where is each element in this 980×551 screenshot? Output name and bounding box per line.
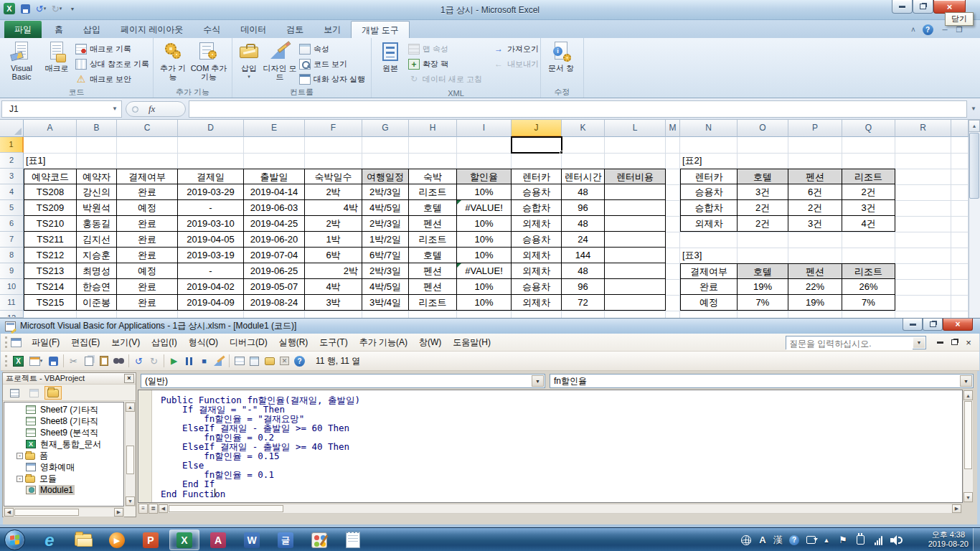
macro-security-button[interactable]: ⚠매크로 보안 bbox=[73, 72, 151, 87]
tree-item-영화예매[interactable]: 영화예매 bbox=[4, 461, 123, 473]
column-header-F[interactable]: F bbox=[305, 120, 362, 137]
cell-A5[interactable]: TS209 bbox=[24, 200, 77, 216]
row-header-11[interactable]: 11 bbox=[0, 295, 24, 311]
insert-control-button[interactable]: 삽입 ▾ bbox=[235, 40, 263, 88]
cell-L6[interactable] bbox=[605, 216, 666, 232]
cell-C4[interactable]: 완료 bbox=[117, 184, 178, 200]
code-margin-bar[interactable] bbox=[138, 390, 152, 502]
row-header-12[interactable]: 12 bbox=[0, 311, 24, 318]
cell-N4[interactable]: 승용차 bbox=[680, 184, 738, 200]
cell-H5[interactable]: 호텔 bbox=[409, 200, 457, 216]
question-input[interactable] bbox=[786, 338, 913, 350]
taskbar-powerpoint-icon[interactable]: P bbox=[136, 529, 166, 550]
cell-J3[interactable]: 렌터카 bbox=[512, 169, 562, 184]
cell-D7[interactable]: 2019-04-05 bbox=[178, 232, 244, 248]
cell-G8[interactable]: 6박/7일 bbox=[362, 248, 409, 263]
cell-I10[interactable]: 10% bbox=[457, 279, 512, 295]
column-header-E[interactable]: E bbox=[244, 120, 305, 137]
cell-C8[interactable]: 완료 bbox=[117, 248, 178, 263]
cell-H9[interactable]: 펜션 bbox=[409, 263, 457, 279]
cell-P9[interactable]: 펜션 bbox=[788, 263, 842, 279]
vba-menu-실행(R)[interactable]: 실행(R) bbox=[273, 334, 314, 351]
cell-N11[interactable]: 예정 bbox=[680, 295, 738, 311]
cell-B4[interactable]: 강신의 bbox=[77, 184, 117, 200]
cell-B9[interactable]: 최명성 bbox=[77, 263, 117, 279]
row-header-6[interactable]: 6 bbox=[0, 216, 24, 232]
cell-L8[interactable] bbox=[605, 248, 666, 263]
cell-C6[interactable]: 완료 bbox=[117, 216, 178, 232]
cell-G9[interactable]: 2박/3일 bbox=[362, 263, 409, 279]
cell-Q6[interactable]: 4건 bbox=[842, 216, 895, 232]
properties-window-button[interactable] bbox=[247, 354, 262, 368]
minimize-button[interactable] bbox=[892, 0, 913, 14]
cell-L5[interactable] bbox=[605, 200, 666, 216]
collapse-toggle-icon[interactable]: - bbox=[17, 453, 23, 459]
cell-J8[interactable]: 외제차 bbox=[512, 248, 562, 263]
cell-D8[interactable]: 2019-03-19 bbox=[178, 248, 244, 263]
cell-E3[interactable]: 출발일 bbox=[244, 169, 305, 184]
vba-menu-디버그(D)[interactable]: 디버그(D) bbox=[224, 334, 273, 351]
addins-button[interactable]: 추가 기능 bbox=[156, 40, 189, 88]
row-header-7[interactable]: 7 bbox=[0, 232, 24, 248]
cell-I7[interactable]: 10% bbox=[457, 232, 512, 248]
code-line-11[interactable]: End Function bbox=[161, 489, 360, 499]
collapse-toggle-icon[interactable]: - bbox=[17, 476, 23, 482]
column-header-I[interactable]: I bbox=[457, 120, 512, 137]
toolbar-grip[interactable] bbox=[5, 355, 7, 367]
name-box[interactable]: J1 bbox=[1, 100, 122, 118]
row-header-10[interactable]: 10 bbox=[0, 279, 24, 295]
cell-E4[interactable]: 2019-04-14 bbox=[244, 184, 305, 200]
cell-G5[interactable]: 4박/5일 bbox=[362, 200, 409, 216]
taskbar-excel-icon[interactable]: X bbox=[169, 529, 199, 550]
taskbar-paint-icon[interactable] bbox=[304, 529, 334, 550]
cell-O10[interactable]: 19% bbox=[738, 279, 788, 295]
cell-O5[interactable]: 2건 bbox=[738, 200, 788, 216]
tab-검토[interactable]: 검토 bbox=[276, 21, 314, 38]
cell-C7[interactable]: 완료 bbox=[117, 232, 178, 248]
taskbar-notepad-icon[interactable] bbox=[338, 529, 368, 550]
cell-A10[interactable]: TS214 bbox=[24, 279, 77, 295]
cell-J9[interactable]: 외제차 bbox=[512, 263, 562, 279]
cell-F6[interactable]: 2박 bbox=[305, 216, 362, 232]
cell-L4[interactable] bbox=[605, 184, 666, 200]
language-mode-a[interactable]: A bbox=[756, 528, 769, 551]
cell-Q5[interactable]: 3건 bbox=[842, 200, 895, 216]
column-header-B[interactable]: B bbox=[77, 120, 117, 137]
vba-close-button[interactable]: × bbox=[943, 319, 973, 331]
network-signal-icon[interactable] bbox=[871, 528, 885, 551]
question-box[interactable]: ▼ bbox=[786, 336, 926, 349]
vba-menu-도구(T)[interactable]: 도구(T) bbox=[314, 334, 353, 351]
cell-E9[interactable]: 2019-06-25 bbox=[244, 263, 305, 279]
cell-F8[interactable]: 6박 bbox=[305, 248, 362, 263]
cell-A3[interactable]: 예약코드 bbox=[24, 169, 77, 184]
row-header-9[interactable]: 9 bbox=[0, 263, 24, 279]
cell-K6[interactable]: 48 bbox=[562, 216, 605, 232]
show-desktop-button[interactable] bbox=[973, 528, 980, 551]
cell-J6[interactable]: 외제차 bbox=[512, 216, 562, 232]
insert-object-button[interactable]: ▾ bbox=[26, 354, 46, 368]
vba-titlebar[interactable]: Microsoft Visual Basic for Applications … bbox=[0, 319, 980, 334]
cell-O3[interactable]: 호텔 bbox=[738, 169, 788, 184]
redo-button[interactable]: ↻▾ bbox=[50, 2, 63, 15]
taskbar-explorer-icon[interactable] bbox=[68, 529, 98, 550]
cell-H7[interactable]: 리조트 bbox=[409, 232, 457, 248]
object-dropdown[interactable]: (일반)▼ bbox=[141, 374, 545, 388]
cell-E11[interactable]: 2019-08-24 bbox=[244, 295, 305, 311]
cell-D3[interactable]: 결제일 bbox=[178, 169, 244, 184]
cell-N9[interactable]: 결제여부 bbox=[680, 263, 738, 279]
vba-undo-button[interactable]: ↺ bbox=[131, 354, 146, 368]
cell-F3[interactable]: 숙박일수 bbox=[305, 169, 362, 184]
excel-app-icon[interactable]: X bbox=[3, 2, 16, 15]
fill-handle[interactable] bbox=[560, 151, 563, 154]
vba-menu-형식(O)[interactable]: 형식(O) bbox=[183, 334, 224, 351]
column-header-N[interactable]: N bbox=[680, 120, 738, 137]
mdi-restore-icon[interactable] bbox=[948, 336, 961, 348]
column-header-C[interactable]: C bbox=[117, 120, 178, 137]
cell-C10[interactable]: 완료 bbox=[117, 279, 178, 295]
tab-보기[interactable]: 보기 bbox=[314, 21, 351, 38]
split-view-button-2[interactable]: ≣ bbox=[149, 504, 158, 514]
view-object-toggle[interactable] bbox=[25, 386, 42, 400]
mdi-minimize-icon[interactable] bbox=[933, 336, 946, 348]
cell-E5[interactable]: 2019-06-03 bbox=[244, 200, 305, 216]
row-header-5[interactable]: 5 bbox=[0, 200, 24, 216]
